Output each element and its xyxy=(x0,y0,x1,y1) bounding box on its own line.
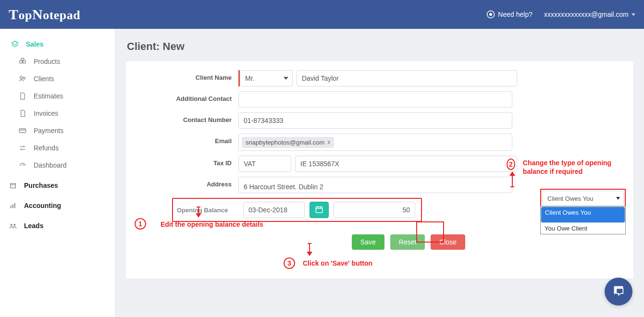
cubes-icon xyxy=(18,57,27,66)
opening-balance-annotated-box: Opening Balance xyxy=(172,198,422,222)
sidebar-item-invoices[interactable]: Invoices xyxy=(0,105,115,122)
opening-balance-type-box: Client Owes You xyxy=(540,189,626,208)
layers-icon xyxy=(11,40,19,49)
gauge-icon xyxy=(18,161,27,170)
address-input[interactable] xyxy=(238,177,512,193)
chat-widget-button[interactable] xyxy=(605,278,632,305)
need-help-label: Need help? xyxy=(498,11,533,18)
sidebar-item-leads[interactable]: Leads xyxy=(0,217,115,234)
swap-icon xyxy=(18,144,27,152)
label-address: Address xyxy=(137,177,238,188)
svg-line-10 xyxy=(23,164,24,166)
save-button[interactable]: Save xyxy=(352,234,384,250)
tax-value-input[interactable] xyxy=(295,156,517,172)
help-icon xyxy=(486,10,495,19)
sidebar-item-label: Sales xyxy=(26,40,44,48)
contact-number-input[interactable] xyxy=(238,112,512,129)
opening-balance-amount-input[interactable] xyxy=(334,202,415,218)
sidebar-item-purchases[interactable]: Purchases xyxy=(0,177,115,194)
title-select[interactable]: Mr. xyxy=(240,70,293,86)
svg-rect-11 xyxy=(11,183,16,188)
sidebar-item-label: Accounting xyxy=(24,202,61,209)
svg-point-6 xyxy=(20,76,23,79)
chevron-down-icon xyxy=(632,13,635,16)
svg-rect-13 xyxy=(11,206,12,208)
page-title: Client: New xyxy=(127,40,633,53)
email-chip: snapbytephotos@gmail.com x xyxy=(242,137,334,148)
sidebar-item-label: Refunds xyxy=(34,144,59,152)
top-header: TopNotepad Need help? xxxxxxxxxxxxxx@gma… xyxy=(0,0,644,29)
label-tax-id: Tax ID xyxy=(137,156,238,167)
sidebar-item-payments[interactable]: Payments xyxy=(0,122,115,139)
svg-rect-15 xyxy=(14,203,15,208)
svg-point-1 xyxy=(489,13,492,16)
sidebar-item-label: Payments xyxy=(34,127,63,134)
svg-rect-14 xyxy=(12,204,13,208)
sidebar-item-refunds[interactable]: Refunds xyxy=(0,139,115,157)
user-menu[interactable]: xxxxxxxxxxxxxx@gmail.com xyxy=(544,11,635,18)
reset-button[interactable]: Reset xyxy=(390,234,425,250)
label-client-name: Client Name xyxy=(137,70,238,81)
annotation-3-text: Click on 'Save' button xyxy=(303,259,372,267)
label-additional-contact: Additional Contact xyxy=(137,91,238,102)
sidebar-item-sales[interactable]: Sales xyxy=(0,36,115,53)
annotation-3: 3 Click on 'Save' button xyxy=(284,257,372,269)
document-icon xyxy=(18,109,27,118)
sidebar-item-label: Clients xyxy=(34,75,54,83)
dropdown-option-client-owes[interactable]: Client Owes You xyxy=(541,207,625,223)
label-email: Email xyxy=(137,134,238,145)
file-icon xyxy=(18,92,27,100)
sidebar-item-label: Dashboard xyxy=(34,161,67,169)
box-icon xyxy=(9,181,17,190)
app-logo: TopNotepad xyxy=(9,6,80,23)
sidebar-item-products[interactable]: Products xyxy=(0,53,115,70)
sidebar-item-clients[interactable]: Clients xyxy=(0,70,115,87)
annotation-2-arrow xyxy=(512,172,513,187)
need-help-link[interactable]: Need help? xyxy=(486,10,533,19)
email-chip-text: snapbytephotos@gmail.com xyxy=(246,139,324,146)
client-form-card: Client Name Mr. Additional Contact xyxy=(126,61,633,279)
sidebar-item-dashboard[interactable]: Dashboard xyxy=(0,157,115,174)
svg-rect-4 xyxy=(23,61,25,63)
annotation-3-number: 3 xyxy=(284,257,295,269)
svg-point-17 xyxy=(13,224,15,226)
opening-balance-type-select[interactable]: Client Owes You xyxy=(542,191,624,206)
calendar-icon xyxy=(315,205,323,215)
svg-marker-2 xyxy=(12,41,18,45)
opening-balance-type-dropdown: Client Owes You You Owe Client xyxy=(540,206,626,234)
svg-rect-8 xyxy=(19,129,25,133)
svg-rect-18 xyxy=(316,207,322,212)
label-contact-number: Contact Number xyxy=(137,112,238,123)
close-button[interactable]: Close xyxy=(431,234,465,250)
tax-type-input[interactable] xyxy=(238,156,291,172)
chat-icon xyxy=(612,284,625,299)
annotation-1-arrow xyxy=(198,207,199,217)
user-email: xxxxxxxxxxxxxx@gmail.com xyxy=(544,11,629,18)
group-icon xyxy=(9,221,17,230)
users-icon xyxy=(18,74,27,83)
sidebar-item-estimates[interactable]: Estimates xyxy=(0,87,115,105)
sidebar-item-accounting[interactable]: Accounting xyxy=(0,197,115,214)
dropdown-option-you-owe[interactable]: You Owe Client xyxy=(541,223,625,234)
form-actions: Save Reset Close xyxy=(195,234,622,250)
svg-rect-3 xyxy=(20,61,22,63)
svg-point-16 xyxy=(11,224,12,226)
svg-rect-5 xyxy=(21,58,24,61)
sidebar-item-label: Products xyxy=(34,58,60,65)
card-icon xyxy=(18,126,27,135)
sidebar: Sales Products Clients Estimates Invoice… xyxy=(0,29,115,317)
email-tag-input[interactable]: snapbytephotos@gmail.com x xyxy=(238,134,512,151)
sidebar-item-label: Purchases xyxy=(24,182,58,189)
calendar-button[interactable] xyxy=(310,202,329,218)
label-opening-balance: Opening Balance xyxy=(177,207,238,214)
opening-balance-date-input[interactable] xyxy=(243,202,305,218)
sidebar-item-label: Estimates xyxy=(34,92,63,100)
client-name-input[interactable] xyxy=(297,70,517,86)
svg-point-7 xyxy=(23,77,25,79)
additional-contact-input[interactable] xyxy=(238,91,512,108)
annotation-3-arrow xyxy=(309,243,310,256)
sidebar-item-label: Leads xyxy=(24,222,43,230)
email-chip-remove[interactable]: x xyxy=(327,139,330,146)
chart-icon xyxy=(9,201,17,210)
sidebar-item-label: Invoices xyxy=(34,110,58,117)
